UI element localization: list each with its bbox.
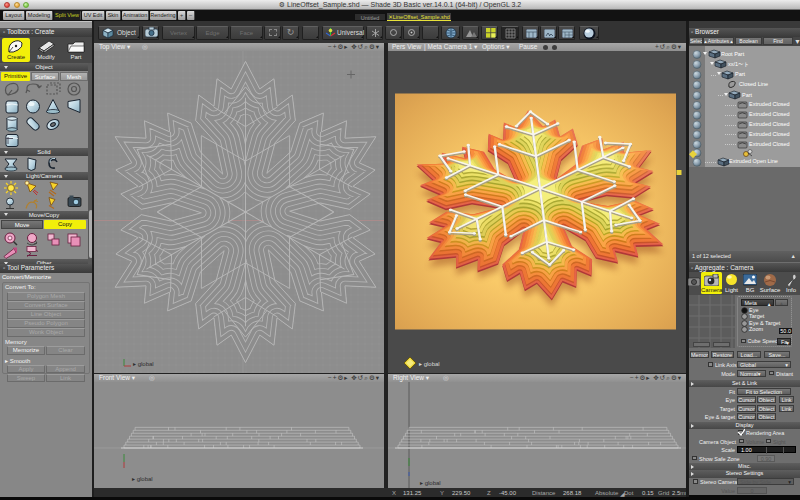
svg-text:▸ global: ▸ global [420,480,441,486]
svg-text:▸ global: ▸ global [132,476,153,482]
